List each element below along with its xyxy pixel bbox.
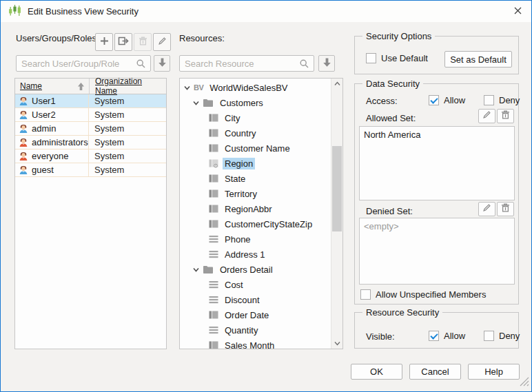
tree-item[interactable]: Order Date [180, 307, 331, 322]
tree-item[interactable]: Phone [180, 231, 331, 247]
allowed-set-edit-button[interactable] [478, 109, 495, 123]
users-groups-roles-label: Users/Groups/Roles: [16, 33, 99, 43]
cube-icon [209, 174, 218, 183]
visible-deny-label: Deny [499, 331, 520, 341]
denied-set-edit-button[interactable] [478, 202, 495, 216]
allowed-set-label: Allowed Set: [366, 113, 416, 123]
tree-item[interactable]: State [180, 171, 331, 186]
tree-item[interactable]: BVWorldWideSalesBV [180, 80, 331, 95]
search-user-input[interactable] [16, 55, 151, 72]
assign-user-button[interactable] [114, 33, 132, 51]
table-row[interactable]: adminSystem [15, 122, 166, 136]
chevron-down-icon[interactable] [192, 267, 200, 273]
table-row[interactable]: everyoneSystem [15, 149, 166, 163]
tree-item-label: State [223, 173, 247, 185]
access-label: Access: [366, 96, 398, 106]
user-name: admin [32, 123, 56, 134]
cube-key-icon [209, 158, 218, 168]
tree-item[interactable]: Customer Name [180, 141, 331, 156]
edit-business-view-security-dialog: Edit Business View Security Users/Groups… [0, 0, 532, 392]
users-table-header: Name Organization Name [15, 79, 166, 94]
tree-item[interactable]: RegionAbbr [180, 201, 331, 216]
column-header-name[interactable]: Name [15, 79, 89, 94]
tree-item-label: Address 1 [223, 249, 267, 260]
data-security-legend: Data Security [362, 79, 423, 89]
ok-button[interactable]: OK [351, 364, 402, 380]
allowed-set-box[interactable]: North America [359, 126, 515, 200]
scroll-up-icon[interactable] [331, 81, 342, 86]
add-user-button[interactable] [95, 33, 113, 51]
user-blue-icon [18, 110, 29, 121]
cube-icon [209, 204, 218, 214]
scroll-down-icon[interactable] [331, 341, 342, 346]
visible-deny-checkbox[interactable] [484, 331, 494, 341]
table-row[interactable]: administratorsSystem [15, 136, 166, 149]
access-deny-checkbox[interactable] [484, 95, 494, 105]
column-header-organization[interactable]: Organization Name [89, 79, 166, 94]
tree-item[interactable]: Address 1 [180, 247, 331, 262]
tree-item[interactable]: Customers [180, 95, 331, 110]
cube-icon [209, 219, 218, 229]
search-user-go-button[interactable] [154, 55, 170, 72]
use-default-checkbox[interactable] [366, 53, 376, 63]
table-row[interactable]: User2System [15, 108, 166, 122]
chevron-down-icon[interactable] [192, 100, 200, 106]
tree-item[interactable]: Discount [180, 292, 331, 307]
tree-item-label: Customer Name [223, 143, 292, 154]
set-as-default-button[interactable]: Set as Default [444, 51, 512, 68]
tree-item[interactable]: Region [180, 156, 331, 171]
tree-item-label: Customers [218, 97, 265, 109]
denied-set-delete-button[interactable] [497, 202, 514, 216]
resize-grip[interactable] [520, 377, 529, 389]
tree-item[interactable]: Sales Month [180, 338, 331, 349]
table-row[interactable]: guestSystem [15, 163, 166, 177]
tree-item[interactable]: CustomerCityStateZip [180, 216, 331, 231]
close-button[interactable] [507, 3, 528, 20]
trash-icon [138, 36, 148, 49]
tree-scrollbar-thumb[interactable] [332, 146, 342, 231]
tree-item[interactable]: Country [180, 125, 331, 141]
bv-icon: BV [194, 83, 203, 92]
tree-item[interactable]: Orders Detail [180, 262, 331, 277]
denied-set-box[interactable]: <empty> [359, 218, 515, 285]
edit-user-button[interactable] [153, 33, 171, 51]
chart-bars-icon [8, 4, 21, 19]
visible-allow-row: Allow [429, 331, 465, 341]
users-table-rows: User1SystemUser2SystemadminSystemadminis… [15, 94, 166, 177]
visible-allow-checkbox[interactable] [429, 331, 439, 341]
cancel-button[interactable]: Cancel [409, 364, 461, 380]
resource-security-legend: Resource Security [362, 307, 442, 318]
chevron-down-icon[interactable] [183, 85, 191, 91]
access-allow-checkbox[interactable] [429, 95, 439, 105]
user-red-icon [18, 151, 29, 162]
user-red-icon [18, 137, 29, 148]
lines-icon [209, 249, 218, 259]
tree-item[interactable]: Territory [180, 186, 331, 201]
tree-item-label: Region [223, 158, 255, 169]
sort-ascending-icon [77, 82, 85, 93]
title-bar[interactable]: Edit Business View Security [1, 1, 531, 22]
user-blue-icon [18, 165, 29, 176]
search-resource-go-button[interactable] [318, 55, 335, 72]
lines-icon [209, 234, 218, 244]
tree-item[interactable]: Cost [180, 277, 331, 292]
tree-item[interactable]: Quantity [180, 322, 331, 338]
dialog-title: Edit Business View Security [28, 6, 139, 17]
user-name: guest [32, 165, 54, 175]
organization-name: System [89, 136, 166, 149]
tree-item[interactable]: City [180, 110, 331, 125]
denied-set-label: Denied Set: [366, 206, 413, 216]
pencil-icon [482, 203, 492, 216]
table-row[interactable]: User1System [15, 94, 166, 108]
help-button[interactable]: Help [468, 364, 520, 380]
tree-scrollbar[interactable] [331, 79, 342, 349]
allow-unspecified-checkbox[interactable] [360, 289, 371, 300]
allowed-set-delete-button[interactable] [497, 109, 514, 123]
tree-item-label: Country [223, 127, 258, 139]
resource-security-group: Resource Security Visible: Allow Deny [354, 312, 519, 349]
search-resource-input[interactable] [179, 55, 314, 72]
use-default-row: Use Default [366, 53, 428, 63]
folder-icon [203, 265, 214, 274]
folder-icon [203, 98, 214, 107]
users-table: Name Organization Name User1SystemUser2S… [14, 78, 167, 349]
